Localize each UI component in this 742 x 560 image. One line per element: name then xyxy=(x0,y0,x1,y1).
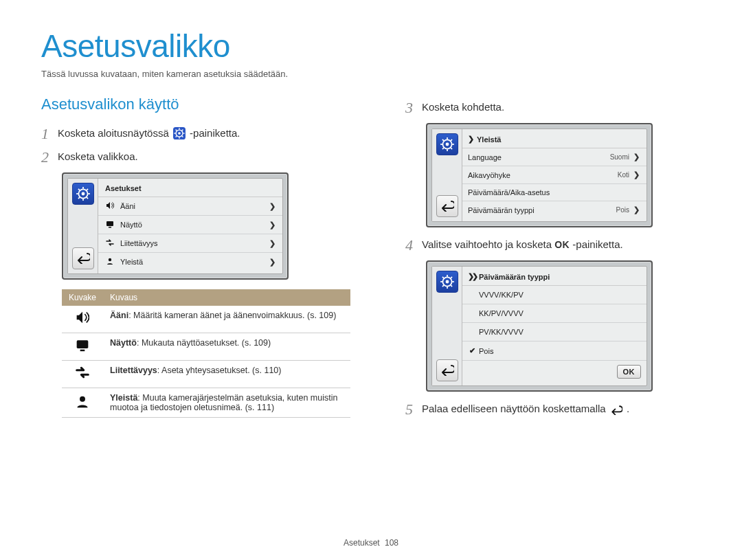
gear-icon xyxy=(72,183,94,205)
setting-label: Päivämäärän tyyppi xyxy=(468,206,616,214)
svg-line-35 xyxy=(442,148,444,149)
speaker-icon xyxy=(104,201,116,211)
svg-line-34 xyxy=(451,148,452,149)
row-bold: Yleistä xyxy=(110,393,137,403)
setting-label: Language xyxy=(468,153,610,161)
back-arrow-icon xyxy=(610,405,622,417)
table-row: Yleistä: Muuta kamerajärjestelmän asetuk… xyxy=(62,388,350,418)
row-bold: Näyttö xyxy=(110,338,137,348)
menu-item-label: Näyttö xyxy=(120,221,269,229)
option-off[interactable]: ✔ Pois xyxy=(462,341,647,361)
table-row: Ääni: Määritä kameran äänet ja äänenvoim… xyxy=(62,306,350,333)
row-bold: Liitettävyys xyxy=(110,366,157,375)
screen-header: Asetukset xyxy=(98,181,282,197)
back-button[interactable] xyxy=(436,359,458,381)
svg-rect-25 xyxy=(80,350,85,352)
svg-point-12 xyxy=(82,192,85,196)
step-5: 5 Palaa edelliseen näyttöön koskettamall… xyxy=(405,401,701,418)
menu-item-connectivity[interactable]: Liitettävyys ❯ xyxy=(98,234,282,253)
setting-value: Suomi xyxy=(610,153,629,161)
chevron-double-right-icon: ❯❯ xyxy=(468,272,476,281)
option-mm-dd-yyyy[interactable]: KK/PV/VVVV xyxy=(462,304,647,323)
device-screen-general: ❯ Yleistä Language Suomi ❯ Aikavyöhyke K… xyxy=(426,123,653,227)
footer-label: Asetukset xyxy=(344,538,380,548)
section-heading: Asetusvalikon käyttö xyxy=(41,96,350,113)
step-number: 3 xyxy=(405,100,422,116)
back-button[interactable] xyxy=(436,195,458,217)
speaker-icon xyxy=(62,306,103,333)
row-text: : Mukauta näyttöasetukset. (s. 109) xyxy=(137,338,271,348)
step-4: 4 Valitse vaihtoehto ja kosketa OK -pain… xyxy=(405,237,701,254)
svg-line-18 xyxy=(87,197,88,199)
menu-item-label: Liitettävyys xyxy=(120,239,269,247)
setting-value: Koti xyxy=(618,171,629,179)
row-text: : Määritä kameran äänet ja äänenvoimakku… xyxy=(128,311,336,320)
gear-icon xyxy=(173,127,186,142)
step-number: 1 xyxy=(41,126,58,142)
menu-item-label: Yleistä xyxy=(120,258,269,266)
step-text: Kosketa kohdetta. xyxy=(422,100,504,113)
svg-point-28 xyxy=(446,143,449,146)
setting-item-datetype[interactable]: Päivämäärän tyyppi Pois ❯ xyxy=(462,201,647,219)
option-yyyy-mm-dd[interactable]: VVVV/KK/PV xyxy=(462,286,647,304)
chevron-right-icon: ❯ xyxy=(633,170,640,179)
step-text: Valitse vaihtoehto ja kosketa xyxy=(422,238,554,250)
menu-item-general[interactable]: Yleistä ❯ xyxy=(98,253,282,271)
step-text: . xyxy=(627,403,629,414)
back-button[interactable] xyxy=(72,247,94,269)
screen-header: ❯❯ Päivämäärän tyyppi xyxy=(462,269,647,286)
setting-item-language[interactable]: Language Suomi ❯ xyxy=(462,148,647,166)
menu-item-display[interactable]: Näyttö ❯ xyxy=(98,216,282,234)
table-header-desc: Kuvaus xyxy=(103,289,350,306)
connect-icon xyxy=(104,238,116,248)
svg-line-17 xyxy=(78,189,80,190)
device-screen-settings: Asetukset Ääni ❯ Näyttö xyxy=(62,172,289,280)
svg-line-45 xyxy=(442,285,444,287)
screen-header: ❯ Yleistä xyxy=(462,132,647,148)
setting-item-datetime[interactable]: Päivämäärä/Aika-asetus xyxy=(462,184,647,201)
svg-point-26 xyxy=(80,396,85,402)
setting-item-timezone[interactable]: Aikavyöhyke Koti ❯ xyxy=(462,166,647,184)
svg-line-44 xyxy=(451,285,452,287)
option-dd-mm-yyyy[interactable]: PV/KK/VVVV xyxy=(462,323,647,341)
option-label: KK/PV/VVVV xyxy=(479,309,524,317)
svg-line-36 xyxy=(451,139,452,141)
ok-button[interactable]: OK xyxy=(617,365,642,379)
row-text: : Muuta kamerajärjestelmän asetuksia, ku… xyxy=(110,393,337,412)
table-row: Liitettävyys: Aseta yhteysasetukset. (s.… xyxy=(62,361,350,388)
svg-line-46 xyxy=(451,277,452,278)
person-icon xyxy=(62,388,103,418)
table-row: Näyttö: Mukauta näyttöasetukset. (s. 109… xyxy=(62,333,350,361)
footer-page-number: 108 xyxy=(385,538,398,548)
step-number: 2 xyxy=(41,149,58,166)
svg-line-19 xyxy=(78,197,80,199)
chevron-right-icon: ❯ xyxy=(468,135,474,144)
chevron-right-icon: ❯ xyxy=(269,258,276,267)
step-3: 3 Kosketa kohdetta. xyxy=(405,100,701,116)
screen-header-label: Yleistä xyxy=(477,135,501,144)
icon-description-table: Kuvake Kuvaus Ääni: Määritä kameran ääne… xyxy=(62,289,350,418)
svg-point-23 xyxy=(109,258,111,261)
step-2: 2 Kosketa valikkoa. xyxy=(41,149,350,166)
step-text: Kosketa valikkoa. xyxy=(58,149,138,162)
step-text: Kosketa aloitusnäytössä xyxy=(58,127,172,139)
setting-label: Aikavyöhyke xyxy=(468,171,618,179)
chevron-right-icon: ❯ xyxy=(269,221,276,229)
menu-item-sound[interactable]: Ääni ❯ xyxy=(98,197,282,216)
display-icon xyxy=(104,220,116,229)
step-number: 4 xyxy=(405,237,422,254)
chevron-right-icon: ❯ xyxy=(633,205,640,214)
step-1: 1 Kosketa aloitusnäytössä xyxy=(41,126,350,142)
option-label: PV/KK/VVVV xyxy=(479,328,524,336)
menu-item-label: Ääni xyxy=(120,202,269,210)
check-icon: ✔ xyxy=(469,346,479,355)
svg-line-43 xyxy=(442,277,444,278)
svg-line-20 xyxy=(87,189,88,190)
gear-icon xyxy=(436,133,458,155)
display-icon xyxy=(62,333,103,361)
step-text: -painiketta. xyxy=(572,238,622,250)
table-header-icon: Kuvake xyxy=(62,289,103,306)
page-subtitle: Tässä luvussa kuvataan, miten kameran as… xyxy=(41,69,701,79)
svg-rect-21 xyxy=(106,221,113,226)
setting-value: Pois xyxy=(616,206,629,214)
